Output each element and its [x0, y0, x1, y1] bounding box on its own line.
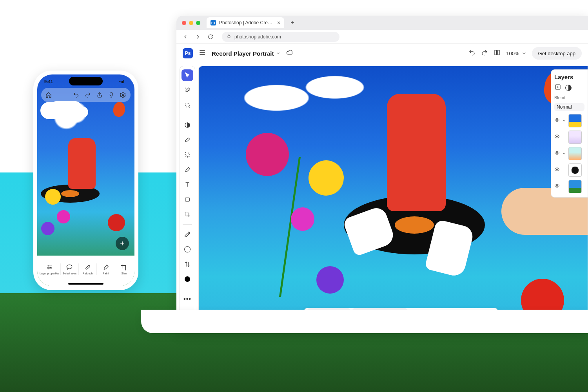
tool-spot[interactable] [181, 149, 193, 161]
tool-label: Size [122, 272, 127, 275]
phone-top-toolbar [41, 88, 131, 102]
chevron-down-icon[interactable] [562, 150, 566, 157]
tool-retouch[interactable]: Retouch [79, 263, 97, 275]
art-person [387, 94, 446, 211]
add-layer-button[interactable] [554, 83, 561, 92]
tool-foreground-color[interactable] [181, 273, 193, 285]
tool-adjust[interactable] [181, 119, 193, 131]
browser-tab[interactable]: Photoshop | Adobe Creative C × [207, 17, 284, 28]
gear-icon[interactable] [120, 91, 127, 98]
redo-icon[interactable] [84, 91, 91, 98]
visibility-toggle[interactable] [554, 117, 560, 124]
browser-window: Photoshop | Adobe Creative C × + photosh… [176, 16, 588, 333]
add-layer-button[interactable]: + [116, 237, 129, 250]
forward-button[interactable] [194, 33, 201, 40]
layer-thumbnail [568, 131, 582, 144]
zoom-dropdown[interactable]: 100% [506, 51, 526, 56]
blend-label: Blend [554, 95, 584, 100]
tool-size[interactable]: Size [115, 263, 133, 275]
art-cloud [40, 102, 76, 119]
tool-crop[interactable] [181, 209, 193, 220]
chevron-down-icon[interactable] [562, 117, 566, 124]
panels-button[interactable] [494, 49, 501, 58]
mask-icon[interactable] [565, 85, 572, 91]
window-controls[interactable] [182, 21, 200, 25]
ps-logo-icon[interactable] [183, 48, 193, 58]
phone-screen: 9:41 •ııl [37, 74, 134, 286]
tool-paint[interactable]: Paint [97, 263, 115, 275]
cloud-sync-icon[interactable] [286, 49, 293, 58]
workspace: ••• Select subject [176, 63, 588, 333]
new-tab-button[interactable]: + [288, 19, 296, 26]
idea-icon[interactable] [108, 91, 115, 98]
layers-panel: Layers Blend Normal [551, 69, 588, 198]
tab-title: Photoshop | Adobe Creative C [219, 20, 274, 25]
svg-point-2 [122, 94, 124, 96]
get-desktop-app-button[interactable]: Get desktop app [532, 47, 582, 60]
tool-eyedropper[interactable] [181, 229, 193, 240]
chevron-down-icon [522, 51, 526, 56]
svg-point-15 [556, 119, 558, 121]
reload-button[interactable] [207, 33, 214, 40]
toolbar-separator [183, 224, 192, 225]
layer-thumbnail [568, 147, 582, 160]
lasso-icon [65, 263, 73, 271]
close-tab-icon[interactable]: × [277, 20, 280, 26]
bandage-icon [84, 263, 92, 271]
signal-icon: •ııl [119, 79, 124, 84]
art-flower-magenta [291, 207, 314, 231]
tool-brush[interactable] [181, 164, 193, 176]
chevron-down-icon [276, 50, 281, 57]
layer-item[interactable] [554, 180, 584, 193]
visibility-toggle[interactable] [554, 150, 560, 157]
tool-select-area[interactable]: Select area [61, 263, 79, 275]
layer-item[interactable] [554, 163, 584, 177]
toolbar-separator [183, 115, 192, 115]
layer-item[interactable] [554, 114, 584, 127]
undo-icon[interactable] [73, 91, 80, 98]
layer-thumbnail [568, 114, 582, 127]
toolbar-separator [183, 289, 192, 289]
layer-item[interactable] [554, 131, 584, 144]
redo-button[interactable] [481, 49, 488, 58]
tool-label: Retouch [83, 272, 93, 275]
sliders-icon [45, 263, 53, 271]
app-header: Record Player Portrait 100% Get desktop … [176, 44, 588, 63]
tool-move[interactable] [181, 69, 193, 81]
art-flower-pink [246, 133, 289, 176]
tool-more[interactable]: ••• [181, 293, 193, 305]
layer-thumbnail [568, 180, 582, 193]
canvas[interactable]: Select subject Remove background ••• Lay… [198, 66, 588, 330]
visibility-toggle[interactable] [554, 134, 560, 141]
document-title-dropdown[interactable]: Record Player Portrait [212, 50, 281, 57]
visibility-toggle[interactable] [554, 183, 560, 190]
blend-mode-dropdown[interactable]: Normal [554, 103, 584, 111]
zoom-value: 100% [506, 51, 519, 56]
tool-generative[interactable] [181, 84, 193, 96]
tool-text[interactable] [181, 179, 193, 191]
browser-tabstrip: Photoshop | Adobe Creative C × + [176, 16, 588, 30]
share-icon[interactable] [96, 91, 103, 98]
back-button[interactable] [182, 33, 189, 40]
layer-item[interactable] [554, 147, 584, 160]
tool-ellipse[interactable] [181, 243, 193, 255]
tool-heal[interactable] [181, 134, 193, 146]
menu-button[interactable] [198, 49, 206, 58]
url-text: photoshop.adobe.com [234, 34, 281, 40]
tool-shape[interactable] [181, 194, 193, 205]
tool-layer-properties[interactable]: Layer properties [39, 263, 61, 275]
tool-label: Layer properties [40, 272, 60, 275]
tool-swap[interactable] [181, 258, 193, 270]
tool-select[interactable] [181, 99, 193, 111]
document-title: Record Player Portrait [212, 50, 274, 57]
undo-button[interactable] [468, 49, 475, 58]
tool-label: Select area [63, 272, 76, 275]
url-bar[interactable]: photoshop.adobe.com [222, 32, 339, 42]
lock-icon [227, 34, 231, 40]
visibility-toggle[interactable] [554, 167, 560, 174]
crop-icon [120, 263, 128, 271]
home-icon[interactable] [45, 91, 52, 98]
layers-title: Layers [554, 74, 584, 80]
svg-point-19 [556, 185, 558, 187]
laptop-base [141, 310, 588, 333]
